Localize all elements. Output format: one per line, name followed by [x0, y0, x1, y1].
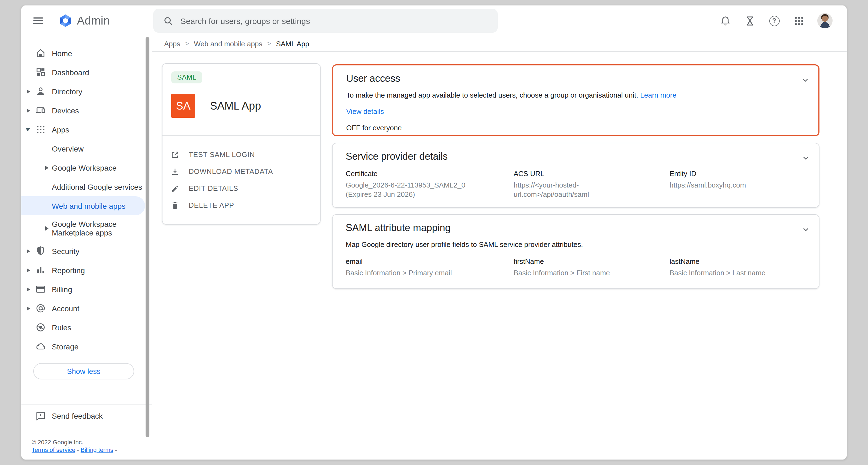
dashboard-icon [35, 66, 46, 78]
sidebar-item-google-workspace[interactable]: Google Workspace [21, 158, 152, 177]
product-name: Admin [77, 14, 110, 27]
download-icon [170, 167, 179, 176]
google-admin-logo[interactable]: Admin [58, 13, 110, 28]
top-bar: Admin ? [21, 5, 847, 36]
expand-right-icon [27, 108, 30, 113]
sidebar-item-storage[interactable]: Storage [21, 337, 152, 356]
sidebar-nav: Home Dashboard [21, 36, 152, 379]
trash-icon [170, 201, 179, 210]
expand-right-icon [27, 89, 30, 93]
sidebar-item-web-and-mobile-apps[interactable]: Web and mobile apps [21, 196, 145, 215]
rules-icon [35, 322, 46, 333]
send-feedback-button[interactable]: Send feedback [21, 408, 152, 424]
search-bar[interactable] [153, 9, 498, 33]
credit-card-icon [35, 283, 46, 295]
breadcrumb: Apps > Web and mobile apps > SAML App [152, 36, 847, 52]
cloud-icon [35, 341, 46, 352]
sidebar: Home Dashboard [21, 36, 152, 460]
sidebar-item-reporting[interactable]: Reporting [21, 260, 152, 280]
mapping-firstname: firstName Basic Information > First name [514, 257, 659, 277]
sidebar-item-rules[interactable]: Rules [21, 318, 152, 337]
user-access-description: To make the managed app available to sel… [346, 91, 805, 99]
expand-right-icon [27, 306, 30, 310]
expand-right-icon [27, 249, 30, 253]
saml-attribute-mapping-card: SAML attribute mapping Map Google direct… [332, 214, 819, 289]
sidebar-item-overview[interactable]: Overview [21, 139, 152, 158]
view-details-link[interactable]: View details [346, 107, 384, 116]
mapping-description: Map Google directory user profile fields… [346, 240, 806, 249]
at-sign-icon [35, 303, 46, 314]
main-content: SAML SA SAML App TEST SAML LOGIN [152, 52, 847, 460]
apps-grid-icon[interactable] [793, 15, 805, 27]
sidebar-item-billing[interactable]: Billing [21, 280, 152, 299]
avatar[interactable] [817, 13, 833, 28]
show-less-button[interactable]: Show less [33, 363, 134, 379]
saml-badge: SAML [171, 71, 203, 84]
breadcrumb-separator: > [185, 40, 189, 48]
menu-icon[interactable] [33, 15, 44, 26]
open-in-new-icon [170, 150, 179, 159]
settings-cards: User access To make the managed app avai… [332, 64, 819, 289]
hourglass-icon[interactable] [744, 15, 756, 27]
page: Admin ? [0, 0, 868, 465]
sidebar-footer: © 2022 Google Inc. Terms of service - Bi… [32, 438, 117, 454]
admin-hexagon-icon [58, 13, 72, 28]
billing-terms-link[interactable]: Billing terms [81, 446, 114, 453]
app-title: SAML App [210, 99, 261, 112]
download-metadata-button[interactable]: DOWNLOAD METADATA [170, 163, 320, 180]
breadcrumb-current: SAML App [276, 39, 309, 48]
sidebar-item-dashboard[interactable]: Dashboard [21, 63, 152, 82]
card-title: User access [346, 73, 805, 85]
sidebar-item-security[interactable]: Security [21, 242, 152, 260]
mapping-lastname: lastName Basic Information > Last name [670, 257, 822, 277]
copyright: © 2022 Google Inc. [32, 438, 117, 446]
breadcrumb-web-and-mobile-apps[interactable]: Web and mobile apps [194, 39, 262, 48]
app-avatar-tile: SA [171, 94, 195, 118]
expand-right-icon [27, 287, 30, 291]
chevron-down-icon[interactable] [802, 154, 810, 162]
app-actions: TEST SAML LOGIN DOWNLOAD METADATA EDIT D… [162, 136, 320, 214]
topbar-actions: ? [719, 5, 833, 36]
search-input[interactable] [181, 16, 464, 25]
expand-right-icon [45, 165, 49, 170]
certificate-field: Certificate Google_2026-6-22-113953_SAML… [346, 169, 498, 199]
test-saml-login-button[interactable]: TEST SAML LOGIN [170, 146, 320, 163]
breadcrumb-apps[interactable]: Apps [164, 39, 180, 48]
person-icon [35, 86, 46, 97]
user-access-card: User access To make the managed app avai… [332, 64, 819, 136]
apps-icon [35, 124, 46, 135]
chevron-down-icon[interactable] [802, 226, 810, 233]
app-summary-card: SAML SA SAML App TEST SAML LOGIN [162, 63, 320, 225]
expand-down-icon [26, 128, 30, 131]
edit-details-button[interactable]: EDIT DETAILS [170, 180, 320, 197]
help-icon[interactable]: ? [768, 15, 780, 27]
sidebar-divider [21, 404, 152, 405]
bar-chart-icon [35, 265, 46, 276]
user-access-status: OFF for everyone [346, 124, 805, 132]
sidebar-item-gw-marketplace-apps[interactable]: Google Workspace Marketplace apps [21, 215, 152, 242]
service-provider-details-card: Service provider details Certificate Goo… [332, 143, 819, 208]
search-icon [163, 16, 174, 26]
sidebar-item-directory[interactable]: Directory [21, 82, 152, 101]
sidebar-item-account[interactable]: Account [21, 299, 152, 318]
feedback-icon [35, 410, 46, 422]
sidebar-item-apps[interactable]: Apps [21, 120, 152, 139]
delete-app-button[interactable]: DELETE APP [170, 197, 320, 214]
sidebar-item-home[interactable]: Home [21, 43, 152, 63]
sidebar-item-devices[interactable]: Devices [21, 101, 152, 120]
learn-more-link[interactable]: Learn more [640, 91, 676, 99]
admin-console-window: Admin ? [21, 5, 847, 460]
mapping-email: email Basic Information > Primary email [346, 257, 498, 277]
chevron-down-icon[interactable] [802, 76, 809, 84]
expand-right-icon [27, 268, 30, 272]
pencil-icon [170, 184, 179, 193]
card-title: Service provider details [346, 151, 806, 162]
card-title: SAML attribute mapping [346, 222, 806, 234]
sidebar-scrollbar[interactable] [146, 37, 149, 437]
notifications-bell-icon[interactable] [719, 15, 731, 27]
terms-of-service-link[interactable]: Terms of service [32, 446, 75, 453]
acs-url-field: ACS URL https://<your-hosted- url.com>/a… [514, 169, 659, 199]
shield-icon [35, 245, 46, 257]
sidebar-item-additional-google-services[interactable]: Additional Google services [21, 177, 152, 196]
devices-icon [35, 105, 46, 116]
